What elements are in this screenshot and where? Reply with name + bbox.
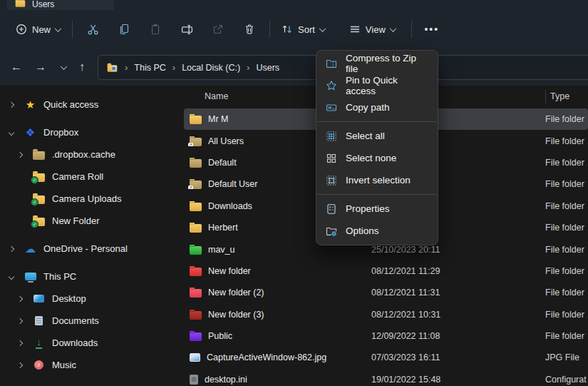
forward-button[interactable]: → [30,56,51,78]
menu-item-properties[interactable]: Properties [316,198,438,220]
column-header-name[interactable]: Name [205,91,228,101]
paste-button[interactable] [140,17,171,41]
breadcrumb-local-disk[interactable]: Local Disk (C:) [182,63,240,73]
copy-icon [118,24,130,35]
sidebar-item-downloads[interactable]: ↓ Downloads [0,332,184,354]
menu-item-select-none[interactable]: Select none [316,147,438,169]
file-type: File folder [545,266,588,276]
pin-star-icon [326,80,337,91]
zip-folder-icon [326,58,337,69]
copy-button[interactable] [108,17,140,41]
file-type: File folder [545,223,588,233]
star-icon: ★ [24,99,37,110]
onedrive-cloud-icon: ☁ [24,243,37,254]
sidebar-item-camera-roll[interactable]: Camera Roll [0,166,184,188]
menu-separator [317,121,437,122]
breadcrumb-separator: › [172,62,175,73]
sidebar-item-documents[interactable]: Documents [0,310,184,332]
see-more-button[interactable]: ••• [416,17,448,41]
folder-synced-icon [32,194,46,204]
sidebar-item-label: Documents [52,315,99,326]
menu-item-copy-path[interactable]: Copy path [316,96,438,118]
sidebar-item-desktop[interactable]: Desktop [0,288,184,310]
delete-button[interactable] [234,17,265,41]
file-name: Default [208,158,237,168]
menu-item-pin-to-quick-access[interactable]: Pin to Quick access [316,74,438,96]
file-type: File folder [545,245,588,255]
sidebar-item-new-folder[interactable]: New Folder [0,210,184,232]
file-date: 19/01/2022 15:48 [371,375,545,385]
column-divider[interactable] [545,90,546,103]
select-all-icon [326,131,337,142]
folder-icon [190,224,202,233]
file-type: File folder [545,136,588,146]
tab-bar: Users [0,0,588,10]
folder-shortcut-icon [190,138,202,146]
file-row-new-folder-3[interactable]: New folder (3) 08/12/2021 10:31 File fol… [184,304,588,325]
file-row-new-folder[interactable]: New folder 08/12/2021 11:29 File folder [184,260,588,282]
new-button[interactable]: New [9,17,68,41]
file-name: Default User [208,179,257,189]
view-button[interactable]: View [342,17,403,41]
menu-item-select-all[interactable]: Select all [316,125,438,147]
breadcrumb-this-pc[interactable]: This PC [134,63,165,73]
copy-path-icon [326,102,337,113]
sidebar-item-dropbox-cache[interactable]: .dropbox.cache [0,143,184,166]
breadcrumb-users[interactable]: Users [256,63,279,73]
navigation-pane: ★ Quick access ❖ Dropbox .dropbox.cache … [0,86,184,386]
cut-button[interactable] [77,17,108,41]
folder-icon [190,116,202,124]
file-date: 25/10/2023 20:11 [371,245,545,255]
folder-icon [32,150,46,160]
sidebar-item-label: Camera Uploads [52,193,122,204]
sort-button-label: Sort [298,24,315,35]
file-date: 08/12/2021 11:29 [371,266,545,276]
dropbox-icon: ❖ [24,127,37,138]
search-box[interactable] [428,55,588,80]
menu-item-invert-selection[interactable]: Invert selection [316,169,438,191]
new-button-label: New [32,24,51,35]
sidebar-item-label: Dropbox [43,127,78,138]
sidebar-item-quick-access[interactable]: ★ Quick access [0,93,184,116]
chevron-down-icon [389,25,396,32]
file-name: All Users [208,136,244,146]
sidebar-item-dropbox[interactable]: ❖ Dropbox [0,121,184,143]
file-name: New folder [208,266,251,276]
file-type: File folder [545,288,588,298]
file-type: File folder [545,331,588,341]
file-row-public[interactable]: Public 12/09/2022 11:08 File folder [184,325,588,347]
column-header-type[interactable]: Type [550,91,569,101]
chevron-right-icon [17,362,23,367]
sort-button[interactable]: Sort [274,17,332,41]
share-button[interactable] [202,17,234,41]
breadcrumb-separator: › [125,62,128,73]
file-date: 08/12/2021 10:31 [371,310,545,320]
file-row-desktop-ini[interactable]: desktop.ini 19/01/2022 15:48 Configurat [184,369,588,386]
up-button[interactable]: ↑ [71,56,93,78]
sidebar-item-this-pc[interactable]: This PC [0,265,184,288]
sidebar-item-camera-uploads[interactable]: Camera Uploads [0,188,184,210]
options-icon [326,225,337,237]
image-file-icon [190,353,200,362]
back-button[interactable]: ← [6,56,27,78]
sidebar-item-label: Downloads [52,337,98,348]
sidebar-item-label: This PC [43,271,76,282]
clipboard-icon [150,24,161,35]
menu-item-compress-to-zip[interactable]: Compress to Zip file [316,52,438,74]
menu-item-options[interactable]: Options [316,220,438,242]
file-type: Configurat [545,375,588,385]
file-row-capture-jpg[interactable]: CaptureActiveWindow-862.jpg 07/03/2023 1… [184,347,588,368]
tab-label: Users [32,0,54,9]
file-row-new-folder-2[interactable]: New folder (2) 08/12/2021 11:31 File fol… [184,282,588,303]
chevron-right-icon [17,318,23,323]
folder-icon [190,159,202,168]
scissors-icon [87,24,99,36]
sidebar-item-music[interactable]: ♪ Music [0,354,184,376]
file-name: Mr M [208,114,228,124]
tab-users[interactable]: Users [7,0,114,10]
menu-separator [317,194,437,195]
sidebar-item-label: .dropbox.cache [52,149,115,160]
sidebar-item-onedrive[interactable]: ☁ OneDrive - Personal [0,238,184,260]
rename-button[interactable] [171,17,202,41]
file-type: File folder [545,114,588,124]
